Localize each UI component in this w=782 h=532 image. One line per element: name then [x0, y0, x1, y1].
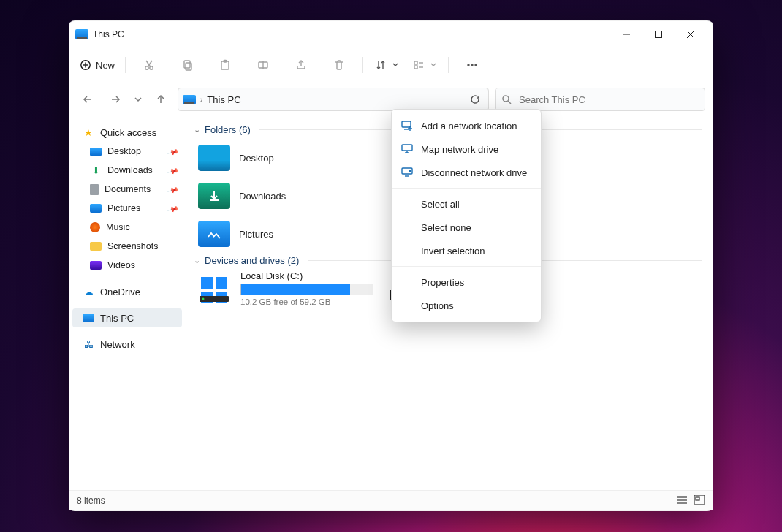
sidebar-item-label: Pictures [107, 203, 140, 213]
section-title: Folders (6) [205, 124, 251, 135]
chevron-down-icon [430, 62, 436, 68]
sidebar-item-videos[interactable]: Videos [72, 256, 182, 275]
svg-rect-28 [216, 277, 227, 289]
rename-button[interactable] [246, 53, 281, 77]
search-input[interactable] [517, 94, 699, 106]
menu-item-label: Select all [421, 199, 460, 210]
address-bar[interactable]: › This PC [178, 88, 489, 111]
pin-icon: 📌 [167, 183, 179, 195]
sidebar: ★ Quick access Desktop 📌 ⬇ Downloads 📌 D… [69, 115, 185, 510]
maximize-button[interactable] [642, 24, 675, 45]
window-title: This PC [93, 29, 124, 39]
sidebar-item-documents[interactable]: Documents 📌 [72, 180, 182, 199]
svg-point-32 [202, 297, 205, 300]
pin-icon: 📌 [167, 202, 179, 214]
svg-rect-17 [414, 61, 417, 64]
status-item-count: 8 items [77, 495, 105, 506]
sidebar-network[interactable]: 🖧 Network [72, 335, 182, 354]
menu-properties[interactable]: Properties [392, 270, 541, 294]
svg-point-22 [471, 64, 473, 66]
sidebar-item-label: Downloads [107, 165, 153, 175]
download-icon: ⬇ [90, 164, 102, 176]
cloud-icon: ☁ [83, 286, 94, 297]
delete-button[interactable] [322, 53, 357, 77]
svg-rect-37 [402, 121, 411, 127]
svg-rect-12 [186, 63, 191, 70]
svg-rect-52 [696, 497, 699, 500]
svg-point-24 [503, 96, 509, 102]
forward-button[interactable] [105, 88, 126, 110]
svg-point-21 [468, 64, 469, 66]
menu-disconnect-network-drive[interactable]: Disconnect network drive [392, 161, 541, 184]
sidebar-item-music[interactable]: Music [72, 218, 182, 237]
sidebar-label: OneDrive [100, 286, 140, 297]
sidebar-this-pc[interactable]: This PC [72, 308, 182, 327]
menu-item-label: Add a network location [421, 121, 517, 132]
folder-label: Desktop [239, 153, 274, 164]
section-title: Devices and drives (2) [205, 255, 299, 266]
folder-icon [90, 242, 102, 251]
new-button[interactable]: New [75, 53, 119, 77]
search-icon [501, 94, 512, 104]
drive-local-c[interactable]: Local Disk (C:) 10.2 GB free of 59.2 GB [198, 270, 373, 306]
search-box[interactable] [495, 88, 705, 111]
sidebar-label: Quick access [100, 127, 156, 138]
chevron-down-icon: ⌄ [194, 125, 200, 134]
address-location: This PC [207, 94, 240, 105]
sort-button[interactable] [369, 53, 404, 77]
titlebar: This PC [69, 21, 713, 48]
menu-add-network-location[interactable]: Add a network location [392, 114, 541, 137]
menu-item-label: Invert selection [421, 246, 485, 256]
thumbnails-view-button[interactable] [694, 495, 705, 507]
svg-point-23 [475, 64, 477, 66]
up-button[interactable] [150, 88, 172, 110]
copy-button[interactable] [170, 53, 205, 77]
menu-select-all[interactable]: Select all [392, 192, 541, 216]
desktop-icon [90, 148, 102, 156]
cut-button[interactable] [132, 53, 167, 77]
menu-item-label: Disconnect network drive [421, 167, 527, 178]
sidebar-item-pictures[interactable]: Pictures 📌 [72, 199, 182, 218]
desktop-folder-icon [198, 145, 230, 171]
recent-locations-button[interactable] [132, 88, 144, 110]
paste-button[interactable] [208, 53, 243, 77]
sidebar-item-label: Music [106, 222, 130, 232]
sidebar-item-desktop[interactable]: Desktop 📌 [72, 142, 182, 161]
monitor-network-icon [401, 144, 414, 154]
details-view-button[interactable] [676, 495, 688, 507]
chevron-down-icon [392, 62, 398, 68]
monitor-plus-icon [401, 121, 414, 131]
svg-rect-41 [402, 145, 412, 151]
svg-line-25 [508, 101, 511, 104]
monitor-x-icon [401, 167, 414, 178]
menu-options[interactable]: Options [392, 294, 541, 317]
explorer-window: This PC New [69, 20, 713, 511]
more-button[interactable] [455, 53, 490, 77]
share-button[interactable] [284, 53, 319, 77]
music-icon [90, 222, 100, 232]
menu-invert-selection[interactable]: Invert selection [392, 239, 541, 262]
svg-rect-1 [656, 31, 662, 38]
downloads-folder-icon [198, 183, 230, 209]
pin-icon: 📌 [167, 145, 179, 157]
sidebar-item-label: Desktop [107, 146, 141, 156]
sidebar-item-label: Screenshots [107, 241, 158, 251]
sidebar-quick-access[interactable]: ★ Quick access [72, 123, 182, 142]
close-button[interactable] [675, 24, 707, 45]
this-pc-icon [183, 95, 196, 104]
sidebar-item-downloads[interactable]: ⬇ Downloads 📌 [72, 161, 182, 180]
menu-map-network-drive[interactable]: Map network drive [392, 137, 541, 161]
sidebar-item-label: Documents [105, 184, 151, 194]
sidebar-item-label: Videos [107, 260, 135, 270]
refresh-button[interactable] [466, 91, 484, 108]
minimize-button[interactable] [610, 24, 642, 45]
view-button[interactable] [407, 53, 442, 77]
sidebar-item-screenshots[interactable]: Screenshots [72, 237, 182, 256]
disk-icon [198, 274, 230, 303]
sidebar-label: Network [100, 339, 135, 350]
star-icon: ★ [83, 126, 94, 138]
menu-select-none[interactable]: Select none [392, 216, 541, 239]
folder-label: Downloads [239, 191, 286, 202]
sidebar-onedrive[interactable]: ☁ OneDrive [72, 282, 182, 301]
back-button[interactable] [77, 88, 99, 110]
